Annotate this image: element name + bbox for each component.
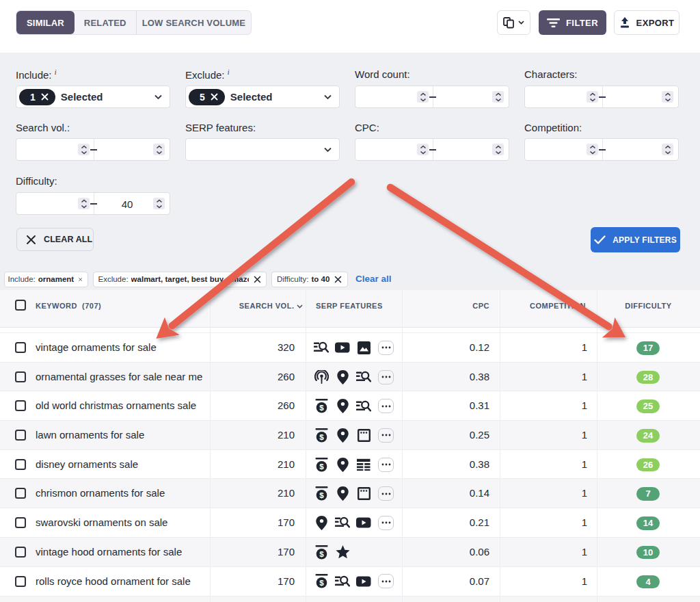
svg-text:$: $ (319, 404, 324, 412)
svg-text:$: $ (319, 491, 324, 499)
svg-text:$: $ (319, 433, 324, 441)
svg-text:$: $ (319, 462, 324, 470)
svg-text:$: $ (319, 549, 324, 558)
svg-text:$: $ (319, 579, 324, 587)
